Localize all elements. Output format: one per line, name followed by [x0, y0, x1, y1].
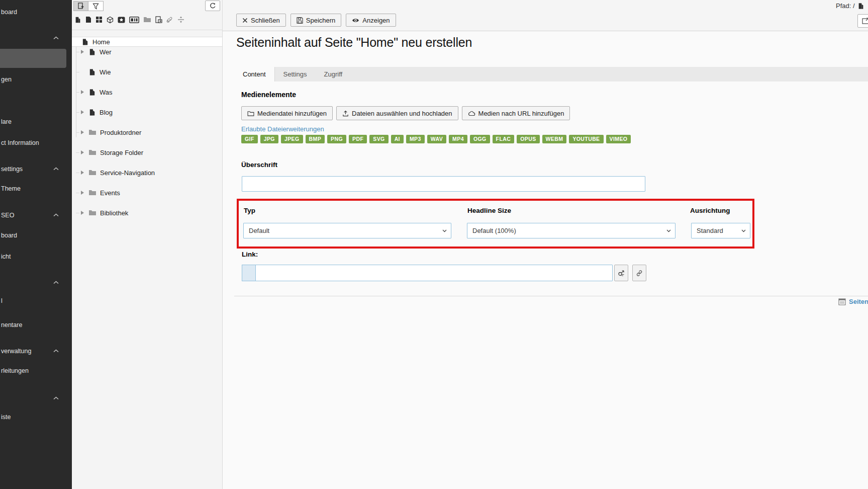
expand-icon[interactable]: [81, 171, 84, 175]
view-label: Anzeigen: [362, 17, 390, 24]
cloud-icon: [468, 111, 475, 116]
chevron-down-icon: [666, 229, 671, 232]
tab-panel-divider: [234, 296, 868, 296]
view-button[interactable]: Anzeigen: [346, 14, 396, 27]
sidebar-section-seo[interactable]: SEO: [0, 210, 72, 220]
allowed-extensions-link[interactable]: Erlaubte Dateierweiterungen: [241, 125, 324, 133]
drag-grid-icon[interactable]: [95, 16, 103, 23]
new-page-button[interactable]: [73, 1, 88, 11]
tree-item-label: Service-Navigation: [100, 169, 155, 177]
tree-item-events[interactable]: Events: [72, 188, 222, 198]
save-button[interactable]: Speichern: [291, 14, 342, 27]
sidebar-section-verwaltung[interactable]: verwaltung: [0, 346, 72, 356]
drag-link-icon[interactable]: [166, 16, 173, 23]
drag-file-icon[interactable]: [85, 16, 91, 23]
tree-item-label: Events: [100, 189, 120, 197]
drag-divider-icon[interactable]: [177, 16, 184, 23]
window-arrow-icon: [862, 18, 868, 24]
tree-refresh-button[interactable]: [205, 1, 220, 11]
close-button[interactable]: Schließen: [236, 14, 286, 27]
tab-settings[interactable]: Settings: [275, 67, 316, 82]
close-icon: [242, 18, 248, 23]
link-input[interactable]: [255, 265, 613, 281]
filter-button[interactable]: [88, 1, 104, 11]
tree-item-blog[interactable]: Blog: [72, 107, 222, 117]
expand-icon[interactable]: [81, 211, 84, 215]
sidebar-item-active-page-module[interactable]: [0, 49, 66, 68]
expand-icon[interactable]: [81, 110, 84, 114]
headline-size-select-value: Default (100%): [472, 227, 516, 234]
chevron-up-icon: [53, 167, 59, 171]
record-type-link[interactable]: Seiten: [838, 298, 868, 305]
ausrichtung-select[interactable]: Standard: [691, 223, 750, 238]
page-tree-panel: Home Wer Wie Was Blog Produktordner: [72, 0, 223, 489]
sidebar-item-label: Theme: [0, 184, 21, 194]
drag-folder-icon[interactable]: [143, 17, 151, 23]
sidebar-item-label: rleitungen: [0, 366, 29, 376]
sidebar-section-web[interactable]: [0, 33, 72, 43]
save-icon: [297, 17, 303, 24]
chevron-up-icon: [53, 349, 59, 353]
expand-icon[interactable]: [81, 130, 84, 134]
tab-content[interactable]: Content: [234, 67, 275, 82]
sidebar-item-information[interactable]: ct Information: [0, 138, 72, 148]
tree-item-storage-folder[interactable]: Storage Folder: [72, 147, 222, 157]
tree-toolbar-divider: [72, 30, 222, 30]
tree-item-wer[interactable]: Wer: [72, 47, 222, 57]
sidebar-section[interactable]: [0, 393, 72, 403]
expand-icon[interactable]: [81, 90, 84, 94]
extension-badge: OGG: [470, 135, 490, 143]
add-media-by-url-button[interactable]: Medien nach URL hinzufügen: [462, 106, 570, 120]
link-field-group: [242, 265, 646, 281]
sidebar-item-label: board: [0, 230, 17, 240]
sidebar-item-anzeigen[interactable]: gen: [0, 74, 72, 85]
ausrichtung-label: Ausrichtung: [690, 207, 730, 214]
sidebar-item-dashboard[interactable]: board: [0, 7, 72, 17]
page-title: Seiteninhalt auf Seite "Home" neu erstel…: [236, 35, 472, 50]
sidebar-item-weiterleitungen[interactable]: rleitungen: [0, 366, 72, 376]
tree-item-produktordner[interactable]: Produktordner: [72, 127, 222, 137]
add-media-file-button[interactable]: Mediendatei hinzufügen: [241, 106, 333, 120]
tree-item-was[interactable]: Was: [72, 87, 222, 97]
headline-input[interactable]: [242, 176, 645, 192]
sidebar-item-formulare[interactable]: lare: [0, 117, 72, 127]
tree-item-wie[interactable]: Wie: [72, 67, 222, 77]
link-wizard-button[interactable]: [614, 265, 628, 281]
record-icon: [838, 298, 846, 305]
typ-label: Typ: [244, 207, 255, 214]
folder-icon: [88, 190, 97, 196]
sidebar-item-uebersicht[interactable]: icht: [0, 252, 72, 262]
drag-page-shortcut-icon[interactable]: [155, 16, 162, 24]
sidebar-item-liste[interactable]: iste: [0, 412, 72, 422]
sidebar-item-seo-dashboard[interactable]: board: [0, 230, 72, 240]
expand-icon[interactable]: [81, 191, 84, 195]
link-browser-button[interactable]: [632, 265, 646, 281]
typ-select[interactable]: Default: [243, 223, 451, 238]
tab-access[interactable]: Zugriff: [316, 67, 351, 82]
page-icon: [88, 48, 96, 56]
headline-size-select[interactable]: Default (100%): [467, 223, 676, 238]
drag-special-icon[interactable]: [118, 17, 125, 23]
upload-files-button[interactable]: Dateien auswählen und hochladen: [336, 106, 458, 120]
chevron-up-icon: [53, 213, 59, 217]
sidebar-item-theme[interactable]: Theme: [0, 184, 72, 194]
extension-badge: YOUTUBE: [569, 135, 603, 143]
expand-icon[interactable]: [81, 50, 84, 54]
headline-label: Überschrift: [241, 161, 277, 169]
drag-page-icon[interactable]: [74, 16, 81, 24]
tree-item-bibliothek[interactable]: Bibliothek: [72, 208, 222, 218]
extension-badge: WEBM: [542, 135, 567, 143]
drag-box-icon[interactable]: [107, 16, 114, 24]
tree-item-home[interactable]: Home: [72, 37, 222, 47]
open-frame-button[interactable]: [857, 14, 868, 28]
extension-badge: BMP: [306, 135, 325, 143]
drag-textmedia-icon[interactable]: [129, 17, 139, 23]
sidebar-item-modul[interactable]: l: [0, 296, 72, 306]
expand-icon[interactable]: [81, 150, 84, 154]
tree-item-service-navigation[interactable]: Service-Navigation: [72, 168, 222, 178]
sidebar-item-label: nentare: [0, 320, 22, 330]
sidebar-section-settings[interactable]: settings: [0, 164, 72, 174]
extension-badge: AI: [391, 135, 404, 143]
sidebar-section[interactable]: [0, 278, 72, 288]
sidebar-item-kommentare[interactable]: nentare: [0, 320, 72, 330]
